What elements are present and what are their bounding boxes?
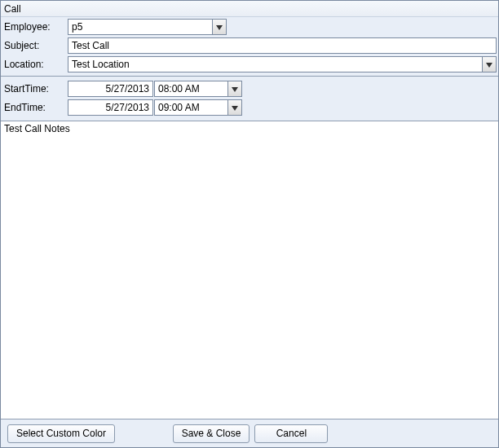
time-fields: StartTime: EndTime: xyxy=(1,77,498,121)
window-title: Call xyxy=(1,1,498,17)
chevron-down-icon xyxy=(232,83,238,94)
chevron-down-icon xyxy=(232,102,238,113)
notes-textarea[interactable] xyxy=(1,121,498,419)
location-dropdown-button[interactable] xyxy=(482,56,497,72)
starttime-label: StartTime: xyxy=(2,83,68,94)
employee-input[interactable] xyxy=(68,19,212,35)
end-date-input[interactable] xyxy=(68,99,153,116)
end-time-combo[interactable] xyxy=(154,99,242,116)
location-input[interactable] xyxy=(68,56,482,72)
end-time-dropdown-button[interactable] xyxy=(227,99,242,116)
chevron-down-icon xyxy=(216,21,223,33)
notes-area xyxy=(1,121,498,419)
save-close-button[interactable]: Save & Close xyxy=(173,424,250,443)
employee-label: Employee: xyxy=(2,21,68,33)
employee-combo[interactable] xyxy=(68,19,227,35)
chevron-down-icon xyxy=(486,59,492,70)
cancel-button[interactable]: Cancel xyxy=(254,424,328,443)
start-date-input[interactable] xyxy=(68,81,153,97)
start-time-dropdown-button[interactable] xyxy=(227,81,242,97)
header-fields: Employee: Subject: Location: xyxy=(1,17,498,77)
footer: Select Custom Color Save & Close Cancel xyxy=(1,419,498,447)
call-window: Call Employee: Subject: Location: xyxy=(0,0,499,448)
subject-label: Subject: xyxy=(2,40,68,51)
location-label: Location: xyxy=(2,59,68,70)
subject-input[interactable] xyxy=(68,37,497,54)
start-time-combo[interactable] xyxy=(154,81,242,97)
end-time-input[interactable] xyxy=(154,99,227,116)
employee-dropdown-button[interactable] xyxy=(212,19,227,35)
location-combo[interactable] xyxy=(68,56,497,72)
select-custom-color-button[interactable]: Select Custom Color xyxy=(7,424,115,443)
endtime-label: EndTime: xyxy=(2,102,68,113)
start-time-input[interactable] xyxy=(154,81,227,97)
